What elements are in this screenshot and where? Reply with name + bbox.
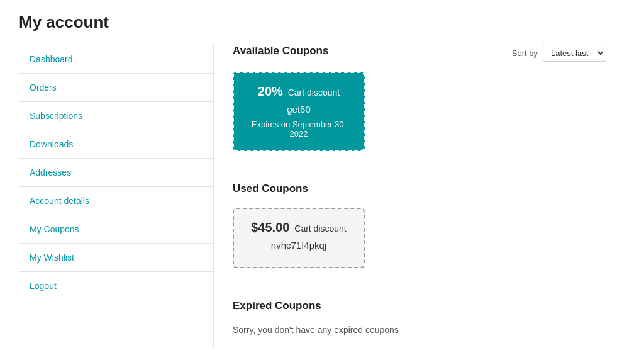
sort-select[interactable]: Latest last Latest first Oldest first	[543, 45, 606, 62]
sidebar-item-account-details[interactable]: Account details	[19, 187, 213, 215]
coupon-amount-line: 20% Cart discount	[247, 84, 351, 99]
coupon-amount: 20%	[258, 84, 283, 98]
used-coupons-section: Used Coupons $45.00 Cart discount nvhc71…	[233, 183, 606, 281]
coupon-code: get50	[247, 104, 351, 115]
sidebar-item-logout[interactable]: Logout	[19, 272, 213, 300]
expired-coupons-section: Expired Coupons Sorry, you don't have an…	[233, 300, 606, 335]
sidebar-item-addresses[interactable]: Addresses	[19, 159, 213, 187]
used-coupon-card: $45.00 Cart discount nvhc71f4pkqj	[233, 208, 365, 268]
used-coupon-type: Cart discount	[294, 223, 346, 234]
sidebar: Dashboard Orders Subscriptions Downloads…	[19, 45, 214, 347]
page-title: My account	[19, 13, 625, 32]
sidebar-item-my-coupons[interactable]: My Coupons	[19, 215, 213, 244]
sidebar-item-subscriptions[interactable]: Subscriptions	[19, 102, 213, 130]
sort-label: Sort by	[512, 48, 538, 58]
sort-row: Sort by Latest last Latest first Oldest …	[512, 45, 606, 62]
available-coupons-title: Available Coupons	[233, 45, 328, 57]
sidebar-item-downloads[interactable]: Downloads	[19, 130, 213, 159]
used-coupon-amount: $45.00	[251, 220, 289, 234]
sidebar-item-my-wishlist[interactable]: My Wishlist	[19, 244, 213, 272]
sidebar-item-orders[interactable]: Orders	[19, 74, 213, 102]
coupon-expiry: Expires on September 30, 2022	[247, 120, 351, 138]
used-coupons-title: Used Coupons	[233, 183, 606, 195]
available-coupon-card: 20% Cart discount get50 Expires on Septe…	[233, 72, 365, 151]
expired-coupons-title: Expired Coupons	[233, 300, 606, 312]
used-coupon-amount-line: $45.00 Cart discount	[247, 220, 351, 235]
available-coupons-section: Available Coupons Sort by Latest last La…	[233, 45, 606, 164]
main-content: Available Coupons Sort by Latest last La…	[214, 45, 625, 347]
available-header-row: Available Coupons Sort by Latest last La…	[233, 45, 606, 72]
sidebar-item-dashboard[interactable]: Dashboard	[19, 45, 213, 74]
no-expired-text: Sorry, you don't have any expired coupon…	[233, 325, 606, 335]
used-coupon-code: nvhc71f4pkqj	[247, 240, 351, 251]
coupon-type: Cart discount	[288, 88, 340, 98]
